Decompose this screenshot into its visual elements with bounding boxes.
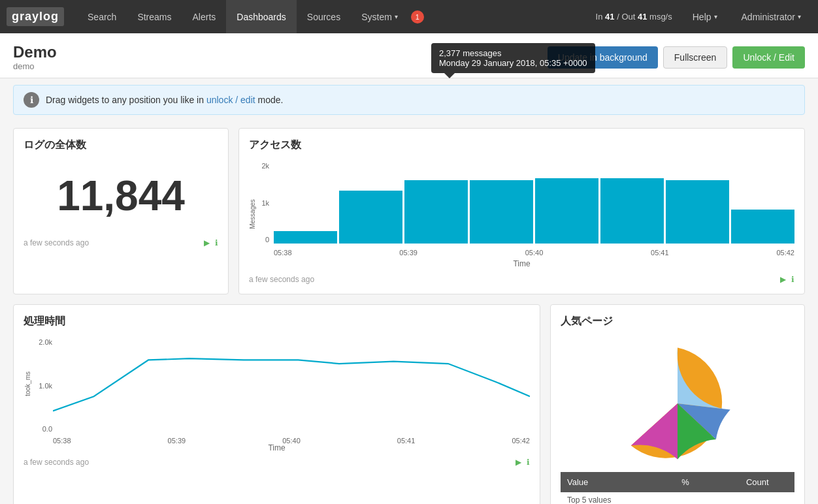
widget-access: アクセス数 2k 1k 0 Messages <box>238 128 805 294</box>
table-row-top5: Top 5 values <box>561 492 794 504</box>
nav-streams[interactable]: Streams <box>127 0 182 33</box>
nav-alerts[interactable]: Alerts <box>182 0 227 33</box>
tooltip-messages: 2,377 messages <box>439 48 587 58</box>
col-count: Count <box>740 472 794 492</box>
widget-log-count: ログの全体数 11,844 a few seconds ago ▶ ℹ <box>13 128 229 294</box>
nav-admin[interactable]: Administrator ▾ <box>731 0 811 33</box>
access-x-labels: 05:38 05:39 05:40 05:41 05:42 <box>274 249 794 257</box>
bar-8 <box>731 210 794 244</box>
access-x-title: Time <box>249 259 794 268</box>
mid-row: 処理時間 took_ms 2.0k 1.0k 0.0 05:38 <box>13 304 805 504</box>
top-row: ログの全体数 11,844 a few seconds ago ▶ ℹ アクセス… <box>13 128 805 294</box>
col-value: Value <box>561 472 675 492</box>
process-y-labels: 2.0k 1.0k 0.0 <box>31 338 52 433</box>
header-area: 2,377 messages Monday 29 January 2018, 0… <box>0 33 818 78</box>
in-value: 41 <box>605 12 614 22</box>
bar-2 <box>339 191 402 244</box>
process-time-title: 処理時間 <box>24 315 530 328</box>
info-bar: ℹ Drag widgets to any position you like … <box>13 85 805 115</box>
col-percent: % <box>675 472 740 492</box>
process-x-title: Time <box>24 443 530 452</box>
access-chart: 2k 1k 0 Messages <box>249 159 794 270</box>
process-time-chart: took_ms 2.0k 1.0k 0.0 05:38 05:39 05:40 <box>24 335 530 452</box>
log-count-info-icon[interactable]: ℹ <box>215 238 218 247</box>
process-time-actions: ▶ ℹ <box>515 458 530 467</box>
main-content: ログの全体数 11,844 a few seconds ago ▶ ℹ アクセス… <box>0 121 818 504</box>
system-dropdown-caret: ▾ <box>395 13 398 20</box>
log-count-value: 11,844 <box>24 159 218 233</box>
pie-svg <box>615 341 740 465</box>
top5-label: Top 5 values <box>561 492 794 504</box>
access-footer: a few seconds ago ▶ ℹ <box>249 275 794 284</box>
access-bars <box>274 162 794 244</box>
table-header: Value % Count <box>561 472 794 492</box>
unlock-edit-button[interactable]: Unlock / Edit <box>732 46 805 69</box>
log-count-title: ログの全体数 <box>24 138 218 152</box>
navbar: graylog Search Streams Alerts Dashboards… <box>0 0 818 33</box>
bar-4 <box>470 180 533 244</box>
nav-dashboards[interactable]: Dashboards <box>226 0 297 33</box>
access-info-icon[interactable]: ℹ <box>791 275 794 284</box>
log-count-footer: a few seconds ago ▶ ℹ <box>24 238 218 247</box>
bar-1 <box>274 231 337 244</box>
bar-6 <box>600 178 664 244</box>
access-actions: ▶ ℹ <box>780 275 794 284</box>
log-count-actions: ▶ ℹ <box>204 238 218 247</box>
process-time-info-icon[interactable]: ℹ <box>527 458 530 467</box>
admin-caret: ▾ <box>798 13 801 20</box>
process-time-footer: a few seconds ago ▶ ℹ <box>24 458 530 467</box>
table-body: Top 5 values /posts 58.00% 6,869 /p <box>561 492 794 504</box>
process-time-play-icon[interactable]: ▶ <box>515 458 521 467</box>
status-text: In 41 / Out 41 msg/s <box>596 12 672 22</box>
widget-process-time: 処理時間 took_ms 2.0k 1.0k 0.0 05:38 <box>13 304 540 504</box>
info-text: Drag widgets to any position you like in… <box>46 95 283 105</box>
process-y-axis-label: took_ms <box>24 335 31 433</box>
access-title: アクセス数 <box>249 138 794 152</box>
nav-search[interactable]: Search <box>77 0 127 33</box>
process-time-svg <box>53 338 530 433</box>
nav-sources[interactable]: Sources <box>297 0 351 33</box>
fullscreen-button[interactable]: Fullscreen <box>663 46 728 69</box>
access-y-title: Messages <box>249 199 257 229</box>
bar-5 <box>535 178 598 244</box>
tooltip-date: Monday 29 January 2018, 05:35 +0000 <box>439 58 587 68</box>
bar-7 <box>666 180 729 244</box>
navbar-right: In 41 / Out 41 msg/s Help ▾ Administrato… <box>596 0 811 33</box>
nav-links: Search Streams Alerts Dashboards Sources… <box>77 0 424 33</box>
bar-3 <box>404 180 468 244</box>
help-caret: ▾ <box>714 13 717 20</box>
popular-pages-pie <box>561 335 794 472</box>
popular-pages-title: 人気ページ <box>561 315 794 328</box>
nav-help[interactable]: Help ▾ <box>682 0 728 33</box>
log-count-play-icon[interactable]: ▶ <box>204 238 210 247</box>
brand-logo: graylog <box>7 7 64 26</box>
nav-badge: 1 <box>411 10 424 24</box>
info-icon: ℹ <box>24 92 39 108</box>
unlock-edit-link[interactable]: unlock / edit <box>206 95 255 105</box>
widget-popular-pages: 人気ページ <box>550 304 805 504</box>
tooltip-box: 2,377 messages Monday 29 January 2018, 0… <box>431 43 595 73</box>
out-value: 41 <box>638 12 647 22</box>
access-play-icon[interactable]: ▶ <box>780 275 786 284</box>
navbar-brand[interactable]: graylog <box>7 7 64 26</box>
nav-system[interactable]: System ▾ <box>351 0 408 33</box>
popular-pages-table: Value % Count Top 5 values /posts 5 <box>561 472 794 504</box>
